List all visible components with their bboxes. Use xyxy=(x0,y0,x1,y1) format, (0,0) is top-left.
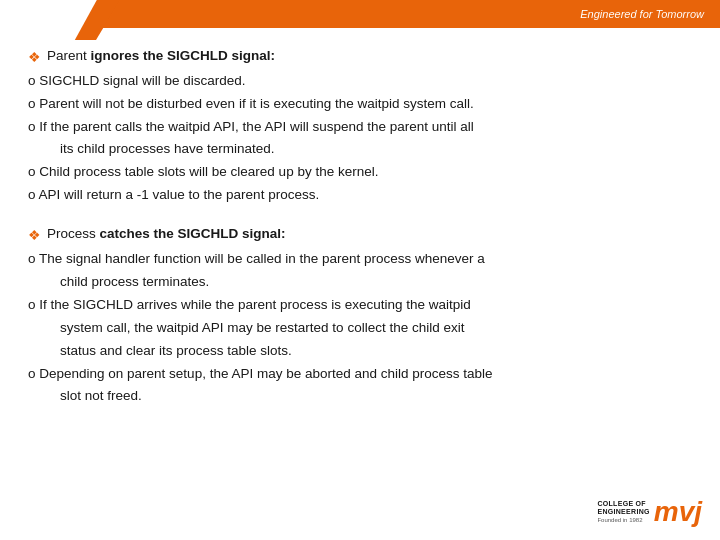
logo-mvj: mvj xyxy=(654,498,702,526)
s1-line5-text: o API will return a -1 value to the pare… xyxy=(28,187,319,202)
s2-line3-cont-text: slot not freed. xyxy=(60,388,142,403)
s1-line5: o API will return a -1 value to the pare… xyxy=(28,185,692,206)
main-content: ❖ Parent ignores the SIGCHLD signal: o S… xyxy=(0,28,720,437)
section2-heading-bold: catches the SIGCHLD signal: xyxy=(100,226,286,241)
s1-line2-text: o Parent will not be disturbed even if i… xyxy=(28,96,474,111)
s2-line2-cont1-text: system call, the waitpid API may be rest… xyxy=(60,320,464,335)
s2-line2-cont1: system call, the waitpid API may be rest… xyxy=(28,318,692,339)
logo-college: COLLEGE OF xyxy=(597,500,646,508)
diamond-icon-1: ❖ xyxy=(28,47,41,69)
s2-line3: o Depending on parent setup, the API may… xyxy=(28,364,692,385)
s2-line2-cont2: status and clear its process table slots… xyxy=(28,341,692,362)
s2-line1-cont: child process terminates. xyxy=(28,272,692,293)
s1-line3-cont-text: its child processes have terminated. xyxy=(60,141,275,156)
section1-heading: Parent ignores the SIGCHLD signal: xyxy=(47,46,275,67)
logo-engineering: ENGINEERING xyxy=(597,508,649,516)
s2-line1: o The signal handler function will be ca… xyxy=(28,249,692,270)
diamond-icon-2: ❖ xyxy=(28,225,41,247)
section1-heading-bold: ignores the SIGCHLD signal: xyxy=(91,48,276,63)
logo-founded: Founded in 1982 xyxy=(597,517,642,524)
s2-line3-cont: slot not freed. xyxy=(28,386,692,407)
s2-line2: o If the SIGCHLD arrives while the paren… xyxy=(28,295,692,316)
left-notch-inner xyxy=(0,0,110,40)
s1-line3: o If the parent calls the waitpid API, t… xyxy=(28,117,692,138)
section1-heading-line: ❖ Parent ignores the SIGCHLD signal: xyxy=(28,46,692,69)
s1-line4-text: o Child process table slots will be clea… xyxy=(28,164,378,179)
section-ignores: ❖ Parent ignores the SIGCHLD signal: o S… xyxy=(28,46,692,206)
s2-line2-cont2-text: status and clear its process table slots… xyxy=(60,343,292,358)
s2-line1-cont-text: child process terminates. xyxy=(60,274,209,289)
s2-line2-text: o If the SIGCHLD arrives while the paren… xyxy=(28,297,471,312)
s1-line1-text: o SIGCHLD signal will be discarded. xyxy=(28,73,246,88)
header-title: Engineered for Tomorrow xyxy=(580,8,704,20)
logo-text-block: COLLEGE OF ENGINEERING Founded in 1982 xyxy=(597,500,649,524)
s1-line3-text: o If the parent calls the waitpid API, t… xyxy=(28,119,474,134)
s1-line2: o Parent will not be disturbed even if i… xyxy=(28,94,692,115)
s1-line4: o Child process table slots will be clea… xyxy=(28,162,692,183)
logo-area: COLLEGE OF ENGINEERING Founded in 1982 m… xyxy=(597,498,702,526)
section-catches: ❖ Process catches the SIGCHLD signal: o … xyxy=(28,224,692,407)
s2-line1-text: o The signal handler function will be ca… xyxy=(28,251,485,266)
s1-line3-cont: its child processes have terminated. xyxy=(28,139,692,160)
section2-heading-line: ❖ Process catches the SIGCHLD signal: xyxy=(28,224,692,247)
section2-heading: Process catches the SIGCHLD signal: xyxy=(47,224,286,245)
s2-line3-text: o Depending on parent setup, the API may… xyxy=(28,366,493,381)
s1-line1: o SIGCHLD signal will be discarded. xyxy=(28,71,692,92)
